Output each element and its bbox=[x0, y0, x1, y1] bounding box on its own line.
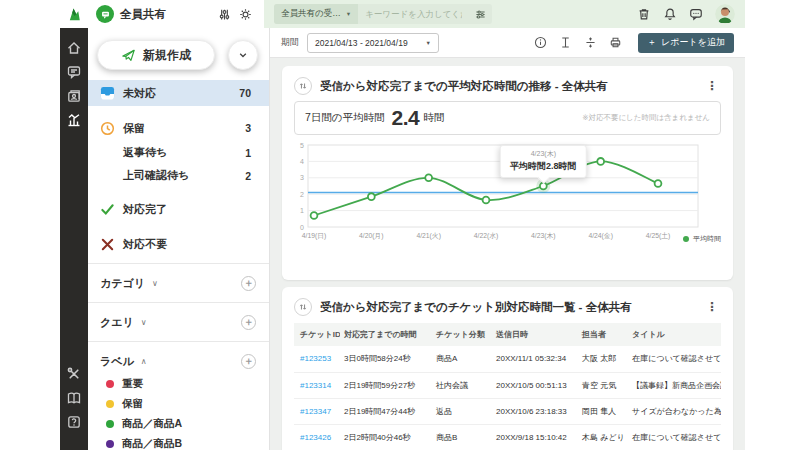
compose-dropdown-button[interactable] bbox=[228, 40, 258, 70]
svg-text:5: 5 bbox=[300, 142, 304, 149]
report-toolbar: 期間 2021/04/13 - 2021/04/19 ▼ ＋ レポートを追加 bbox=[270, 28, 745, 58]
compose-button[interactable]: 新規作成 bbox=[97, 40, 215, 70]
table-cell: 社内会議 bbox=[432, 372, 492, 398]
table-row[interactable]: #1233472日19時間47分44秒返品20XX/10/6 23:18:33岡… bbox=[294, 398, 721, 424]
status-label: 保留 bbox=[123, 121, 145, 136]
search-scope-select[interactable]: 全員共有の受… ▼ bbox=[274, 4, 358, 24]
tune-icon[interactable] bbox=[218, 8, 231, 21]
plus-icon: ＋ bbox=[647, 36, 656, 49]
tooltip-value: 平均時間2.8時間 bbox=[510, 160, 577, 173]
user-avatar[interactable] bbox=[715, 4, 735, 24]
sidebar-item-completed[interactable]: 対応完了 bbox=[88, 196, 269, 222]
ticket-id-link[interactable]: #123253 bbox=[294, 346, 340, 372]
sidebar-label-item[interactable]: 保留 bbox=[88, 394, 269, 414]
table-cell: 20XX/10/5 00:51:13 bbox=[492, 372, 578, 398]
table-cell: 返品 bbox=[432, 398, 492, 424]
help-icon[interactable] bbox=[66, 414, 82, 430]
chevron-down-icon: ∨ bbox=[152, 279, 158, 288]
top-bar: 全員共有 全員共有の受… ▼ bbox=[60, 0, 745, 28]
column-header: チケット分類 bbox=[432, 323, 492, 346]
trash-icon[interactable] bbox=[637, 7, 651, 21]
ticket-table: チケットID 対応完了までの時間 チケット分類 送信日時 担当者 タイトル #1… bbox=[294, 323, 721, 450]
table-cell: 木島 みどり bbox=[578, 424, 628, 450]
app-window: 全員共有 全員共有の受… ▼ bbox=[60, 0, 745, 450]
brand-logo[interactable] bbox=[60, 0, 88, 28]
sidebar-item-untouched[interactable]: 未対応 70 bbox=[88, 80, 269, 106]
table-row[interactable]: #1233142日19時間59分27秒社内会議20XX/10/5 00:51:1… bbox=[294, 372, 721, 398]
caret-down-icon: ▼ bbox=[426, 40, 431, 46]
tools-icon[interactable] bbox=[66, 366, 82, 382]
ticket-id-link[interactable]: #123314 bbox=[294, 372, 340, 398]
section-label: ラベル bbox=[100, 354, 134, 369]
status-count: 70 bbox=[239, 87, 251, 99]
status-count: 3 bbox=[245, 122, 251, 134]
main-area: 期間 2021/04/13 - 2021/04/19 ▼ ＋ レポートを追加 bbox=[270, 28, 745, 450]
add-query-button[interactable]: ＋ bbox=[241, 315, 256, 330]
info-icon[interactable] bbox=[534, 36, 547, 49]
period-select[interactable]: 2021/04/13 - 2021/04/19 ▼ bbox=[307, 33, 439, 53]
trend-chart-card: 受信から対応完了までの平均対応時間の推移 - 全体共有 ⋮ 7日間の平均時間 2… bbox=[282, 66, 733, 280]
kebab-menu-icon[interactable]: ⋮ bbox=[703, 300, 721, 314]
sidebar-item-onhold[interactable]: 保留 3 bbox=[88, 115, 269, 141]
table-row[interactable]: #1232533日0時間58分24秒商品A20XX/11/1 05:32:34大… bbox=[294, 346, 721, 372]
manual-book-icon[interactable] bbox=[66, 390, 82, 406]
chevron-down-icon bbox=[238, 50, 248, 60]
status-label: 上司確認待ち bbox=[123, 168, 189, 183]
sort-arrows-icon bbox=[294, 298, 312, 316]
brand-logo-icon bbox=[67, 7, 82, 22]
sidebar-item-no-response-needed[interactable]: 対応不要 bbox=[88, 231, 269, 257]
sidebar-section-label[interactable]: ラベル ∧ ＋ bbox=[88, 348, 269, 374]
kebab-menu-icon[interactable]: ⋮ bbox=[703, 79, 721, 93]
period-value: 2021/04/13 - 2021/04/19 bbox=[315, 38, 408, 48]
bell-icon[interactable] bbox=[663, 7, 677, 21]
split-rows-icon[interactable] bbox=[584, 36, 597, 49]
sidebar-label-item[interactable]: 重要 bbox=[88, 374, 269, 394]
svg-text:4/24(金): 4/24(金) bbox=[588, 232, 613, 240]
add-category-button[interactable]: ＋ bbox=[241, 276, 256, 291]
column-header: タイトル bbox=[628, 323, 721, 346]
chart-legend: 平均時間 bbox=[683, 234, 721, 244]
section-label: クエリ bbox=[100, 315, 134, 330]
add-report-button[interactable]: ＋ レポートを追加 bbox=[638, 33, 734, 53]
sidebar-label-item[interactable]: 商品／商品B bbox=[88, 434, 269, 450]
svg-text:2: 2 bbox=[300, 191, 304, 198]
svg-text:4/23(木): 4/23(木) bbox=[531, 232, 556, 240]
x-mark-icon bbox=[100, 237, 115, 252]
feedback-chat-icon[interactable] bbox=[689, 7, 703, 21]
add-label-button[interactable]: ＋ bbox=[241, 354, 256, 369]
filter-sliders-icon[interactable] bbox=[469, 9, 492, 20]
report-content: 受信から対応完了までの平均対応時間の推移 - 全体共有 ⋮ 7日間の平均時間 2… bbox=[270, 58, 745, 450]
table-card-title: 受信から対応完了までのチケット別対応時間一覧 - 全体共有 bbox=[320, 300, 695, 315]
tickets-icon[interactable] bbox=[66, 64, 82, 80]
table-cell: 岡田 隼人 bbox=[578, 398, 628, 424]
ticket-id-link[interactable]: #123426 bbox=[294, 424, 340, 450]
home-icon[interactable] bbox=[66, 40, 82, 56]
table-cell: 3日0時間58分24秒 bbox=[340, 346, 432, 372]
status-count: 1 bbox=[245, 147, 251, 159]
table-cell: 青空 元気 bbox=[578, 372, 628, 398]
table-cell: 20XX/10/6 23:18:33 bbox=[492, 398, 578, 424]
search-pill: 全員共有の受… ▼ bbox=[274, 4, 492, 24]
printer-icon[interactable] bbox=[609, 36, 622, 49]
table-cell: 2日19時間47分44秒 bbox=[340, 398, 432, 424]
chevron-down-icon: ∨ bbox=[141, 318, 147, 327]
sidebar-section-category[interactable]: カテゴリ ∨ ＋ bbox=[88, 270, 269, 296]
search-input[interactable] bbox=[358, 9, 469, 19]
status-count: 2 bbox=[245, 170, 251, 182]
sidebar-label-item[interactable]: 商品／商品A bbox=[88, 414, 269, 434]
gear-icon[interactable] bbox=[239, 8, 252, 21]
svg-text:4/22(水): 4/22(水) bbox=[474, 232, 499, 240]
address-book-icon[interactable] bbox=[66, 88, 82, 104]
svg-text:1: 1 bbox=[300, 207, 304, 214]
svg-text:0: 0 bbox=[300, 224, 304, 231]
status-label: 対応完了 bbox=[123, 202, 167, 217]
row-height-icon[interactable] bbox=[559, 36, 572, 49]
sidebar-section-query[interactable]: クエリ ∨ ＋ bbox=[88, 309, 269, 335]
table-row[interactable]: #1234262日2時間40分46秒商品B20XX/9/18 15:10:42木… bbox=[294, 424, 721, 450]
ticket-id-link[interactable]: #123347 bbox=[294, 398, 340, 424]
sidebar-item-awaiting-approval[interactable]: 上司確認待ち 2 bbox=[88, 164, 269, 187]
sidebar-item-awaiting-reply[interactable]: 返事待ち 1 bbox=[88, 141, 269, 164]
sidebar-divider bbox=[88, 302, 269, 303]
analytics-icon[interactable] bbox=[66, 112, 82, 128]
tooltip-date: 4/23(木) bbox=[510, 149, 577, 159]
